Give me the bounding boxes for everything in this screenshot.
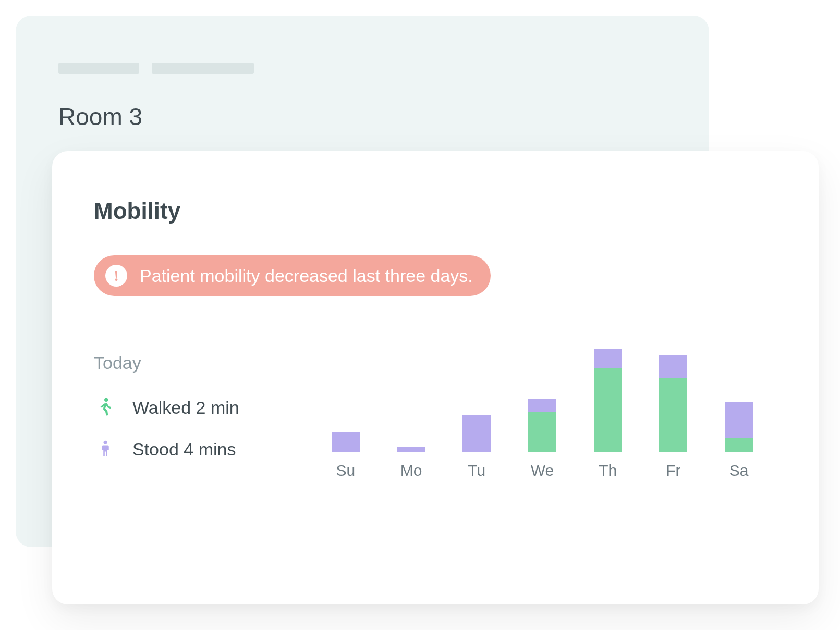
mobility-card: Mobility ! Patient mobility decreased la… xyxy=(52,151,819,604)
alert-text: Patient mobility decreased last three da… xyxy=(140,266,473,286)
card-title: Mobility xyxy=(94,198,777,224)
bar-stack xyxy=(462,415,491,452)
standing-person-icon xyxy=(94,438,117,461)
chart-plot-area xyxy=(313,332,772,452)
bar-stack xyxy=(528,399,556,452)
walking-person-icon xyxy=(94,396,117,419)
bar-slot xyxy=(515,332,570,452)
bar-slot xyxy=(711,332,766,452)
bar-segment-stand xyxy=(594,349,622,368)
today-label: Today xyxy=(94,353,292,373)
bar-slot xyxy=(384,332,439,452)
bar-segment-walk xyxy=(528,412,556,452)
x-axis-label: Mo xyxy=(384,462,439,479)
bar-slot xyxy=(318,332,373,452)
bar-stack xyxy=(397,447,425,452)
bar-segment-walk xyxy=(659,378,687,452)
x-axis-label: Fr xyxy=(646,462,701,479)
bar-stack xyxy=(594,349,622,452)
x-axis-label: Sa xyxy=(711,462,766,479)
bar-slot xyxy=(646,332,701,452)
stat-walked-text: Walked 2 min xyxy=(132,398,239,418)
alert-pill: ! Patient mobility decreased last three … xyxy=(94,255,491,296)
bar-slot xyxy=(580,332,636,452)
placeholder-bar xyxy=(58,63,139,74)
stat-stood: Stood 4 mins xyxy=(94,438,292,461)
svg-point-1 xyxy=(104,441,107,444)
x-axis-label: Su xyxy=(318,462,373,479)
chart-x-axis: SuMoTuWeThFrSa xyxy=(313,452,772,479)
stat-walked: Walked 2 min xyxy=(94,396,292,419)
x-axis-label: Th xyxy=(580,462,636,479)
bar-segment-stand xyxy=(528,399,556,412)
alert-icon: ! xyxy=(105,265,127,287)
bar-stack xyxy=(332,432,360,452)
bar-stack xyxy=(659,355,687,452)
x-axis-label: We xyxy=(515,462,570,479)
stat-stood-text: Stood 4 mins xyxy=(132,439,236,460)
bar-segment-walk xyxy=(725,438,753,452)
bar-segment-stand xyxy=(332,432,360,452)
bar-segment-stand xyxy=(397,447,425,452)
room-title: Room 3 xyxy=(16,74,709,131)
placeholder-row xyxy=(16,16,709,74)
bar-segment-walk xyxy=(594,368,622,452)
bar-segment-stand xyxy=(725,402,753,438)
mobility-bar-chart: SuMoTuWeThFrSa xyxy=(313,332,777,479)
bar-segment-stand xyxy=(462,415,491,452)
placeholder-bar xyxy=(152,63,254,74)
svg-point-0 xyxy=(104,398,108,402)
bar-stack xyxy=(725,402,753,452)
bar-slot xyxy=(449,332,504,452)
x-axis-label: Tu xyxy=(449,462,504,479)
today-summary: Today Walked 2 min xyxy=(94,353,292,479)
bar-segment-stand xyxy=(659,355,687,379)
